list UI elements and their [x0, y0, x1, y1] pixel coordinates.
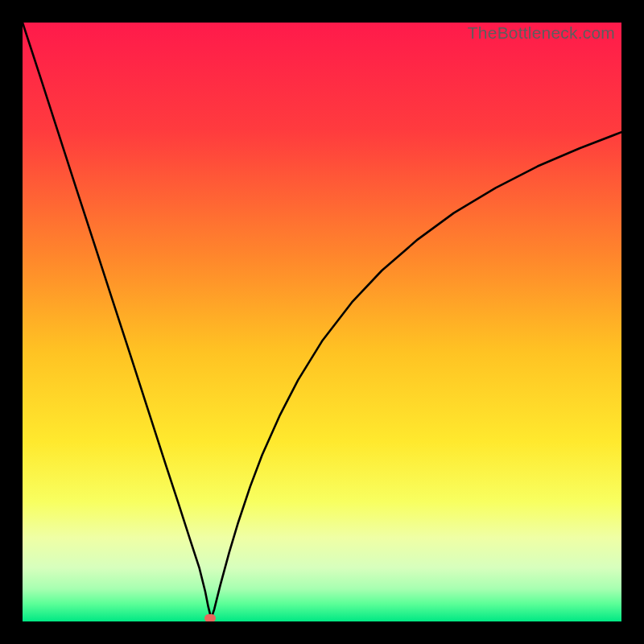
watermark-text: TheBottleneck.com — [468, 23, 615, 43]
optimal-marker — [204, 614, 216, 621]
bottleneck-curve — [23, 23, 621, 621]
plot-area: TheBottleneck.com — [23, 23, 621, 621]
